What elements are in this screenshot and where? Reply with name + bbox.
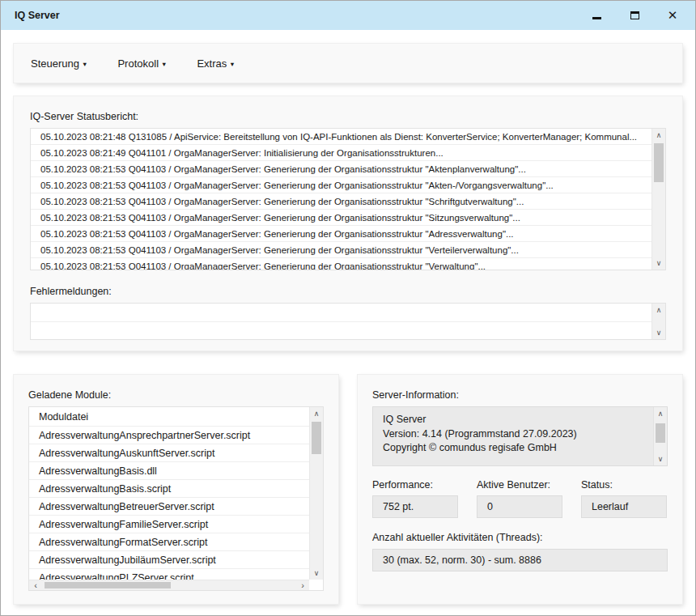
scroll-up-icon[interactable]: ∧ xyxy=(310,407,323,420)
errors-list[interactable]: ∧ ∨ xyxy=(30,303,666,340)
status-report-panel: IQ-Server Statusbericht: 05.10.2023 08:2… xyxy=(14,96,682,350)
status-label: Status: xyxy=(581,479,667,491)
maximize-button[interactable] xyxy=(629,10,640,21)
module-row[interactable]: AdressverwaltungJubiläumServer.script xyxy=(29,551,309,569)
status-log-row[interactable]: 05.10.2023 08:21:48 Q131085 / ApiService… xyxy=(31,129,651,145)
module-row[interactable]: AdressverwaltungAnsprechpartnerServer.sc… xyxy=(29,427,309,444)
window-controls: ✕ xyxy=(591,10,681,21)
modules-vertical-scrollbar[interactable]: ∧ ∨ xyxy=(309,407,323,580)
performance-label: Performance: xyxy=(372,479,458,491)
module-row[interactable]: AdressverwaltungFamilieServer.script xyxy=(29,516,309,533)
menu-protokoll-label: Protokoll xyxy=(117,57,159,70)
modules-list[interactable]: Moduldatei AdressverwaltungAnsprechpartn… xyxy=(28,406,324,591)
status-field: Status: Leerlauf xyxy=(581,479,667,518)
active-users-field: Aktive Benutzer: 0 xyxy=(477,479,562,518)
server-info-line: Copyright © comundus regisafe GmbH xyxy=(383,441,643,456)
close-button[interactable]: ✕ xyxy=(667,10,678,21)
module-row[interactable]: AdressverwaltungBasis.script xyxy=(29,480,309,498)
status-report-label: IQ-Server Statusbericht: xyxy=(30,111,666,122)
scroll-down-icon[interactable]: ∨ xyxy=(310,567,323,580)
modules-horizontal-scrollbar[interactable]: ‹ › xyxy=(29,580,309,590)
status-report-list[interactable]: 05.10.2023 08:21:48 Q131085 / ApiService… xyxy=(30,128,666,270)
status-value: Leerlauf xyxy=(581,495,667,518)
minimize-icon xyxy=(592,17,601,19)
performance-value: 752 pt. xyxy=(372,495,458,518)
active-users-label: Aktive Benutzer: xyxy=(477,479,562,491)
status-log-row[interactable]: 05.10.2023 08:21:53 Q041103 / OrgaManage… xyxy=(31,210,651,226)
scroll-up-icon[interactable]: ∧ xyxy=(652,304,665,316)
error-empty-row xyxy=(31,322,651,340)
status-vertical-scrollbar[interactable]: ∧ ∨ xyxy=(651,129,665,270)
status-log-row[interactable]: 05.10.2023 08:21:53 Q041103 / OrgaManage… xyxy=(31,161,651,177)
chevron-down-icon: ▼ xyxy=(161,59,167,68)
bottom-section: Geladene Module: Moduldatei Adressverwal… xyxy=(14,375,682,604)
iq-server-window: { "window": { "title": "IQ Server", "ico… xyxy=(0,0,696,616)
info-vertical-scrollbar[interactable]: ∧ ∨ xyxy=(653,407,667,465)
server-info-line: Version: 4.14 (Programmstand 27.09.2023) xyxy=(383,427,643,442)
chevron-down-icon: ▼ xyxy=(82,59,87,68)
errors-vertical-scrollbar[interactable]: ∧ ∨ xyxy=(651,304,665,339)
server-info-label: Server-Information: xyxy=(372,389,668,401)
status-log-row[interactable]: 05.10.2023 08:21:53 Q041103 / OrgaManage… xyxy=(31,193,651,210)
chevron-down-icon: ▼ xyxy=(229,59,235,68)
title-bar[interactable]: IQ Server ✕ xyxy=(1,1,695,30)
error-empty-row xyxy=(31,304,651,322)
scroll-up-icon[interactable]: ∧ xyxy=(654,407,667,420)
scrollbar-thumb[interactable] xyxy=(45,582,171,588)
active-users-value: 0 xyxy=(477,495,562,518)
menu-steuerung[interactable]: Steuerung ▼ xyxy=(31,57,87,70)
server-info-line: IQ Server xyxy=(383,413,643,427)
scrollbar-thumb[interactable] xyxy=(312,422,321,454)
module-row[interactable]: AdressverwaltungBetreuerServer.script xyxy=(29,498,309,516)
scroll-down-icon[interactable]: ∨ xyxy=(652,326,665,339)
status-log-row[interactable]: 05.10.2023 08:21:53 Q041103 / OrgaManage… xyxy=(31,226,651,242)
scroll-right-icon[interactable]: › xyxy=(296,580,309,590)
modules-label: Geladene Module: xyxy=(28,389,324,401)
status-log-row[interactable]: 05.10.2023 08:21:53 Q041103 / OrgaManage… xyxy=(31,177,651,193)
scroll-left-icon[interactable]: ‹ xyxy=(29,580,42,590)
module-row[interactable]: AdressverwaltungBasis.dll xyxy=(29,462,309,480)
status-log-row[interactable]: 05.10.2023 08:21:49 Q041101 / OrgaManage… xyxy=(31,145,651,161)
module-row[interactable]: AdressverwaltungAuskunftServer.script xyxy=(29,444,309,462)
menu-extras-label: Extras xyxy=(197,57,227,70)
server-metrics-row: Performance: 752 pt. Aktive Benutzer: 0 … xyxy=(372,479,668,518)
errors-label: Fehlermeldungen: xyxy=(30,286,666,297)
performance-field: Performance: 752 pt. xyxy=(372,479,458,518)
scroll-down-icon[interactable]: ∨ xyxy=(652,257,665,270)
server-info-panel: Server-Information: IQ Server Version: 4… xyxy=(358,375,682,604)
menu-extras[interactable]: Extras ▼ xyxy=(197,57,235,70)
close-icon: ✕ xyxy=(668,10,678,21)
threads-value: 30 (max. 52, norm. 30) - sum. 8886 xyxy=(372,549,668,571)
status-log-row[interactable]: 05.10.2023 08:21:53 Q041103 / OrgaManage… xyxy=(31,258,651,270)
menu-protokoll[interactable]: Protokoll ▼ xyxy=(117,57,167,70)
menu-bar: Steuerung ▼ Protokoll ▼ Extras ▼ xyxy=(14,44,682,83)
status-log-row[interactable]: 05.10.2023 08:21:53 Q041103 / OrgaManage… xyxy=(31,242,651,258)
server-info-box[interactable]: IQ Server Version: 4.14 (Programmstand 2… xyxy=(372,406,668,466)
modules-column-header[interactable]: Moduldatei xyxy=(29,407,309,427)
module-row[interactable]: AdressverwaltungFormatServer.script xyxy=(29,533,309,551)
threads-label: Anzahl aktueller Aktivitäten (Threads): xyxy=(372,532,668,543)
scrollbar-thumb[interactable] xyxy=(656,423,665,443)
scroll-down-icon[interactable]: ∨ xyxy=(654,452,667,465)
modules-panel: Geladene Module: Moduldatei Adressverwal… xyxy=(14,375,338,604)
modules-list-rows: Moduldatei AdressverwaltungAnsprechpartn… xyxy=(29,407,323,581)
scroll-up-icon[interactable]: ∧ xyxy=(652,129,665,142)
maximize-icon xyxy=(630,11,639,19)
menu-steuerung-label: Steuerung xyxy=(31,57,79,70)
minimize-button[interactable] xyxy=(591,10,602,21)
window-title: IQ Server xyxy=(15,10,60,21)
scrollbar-thumb[interactable] xyxy=(654,143,664,182)
